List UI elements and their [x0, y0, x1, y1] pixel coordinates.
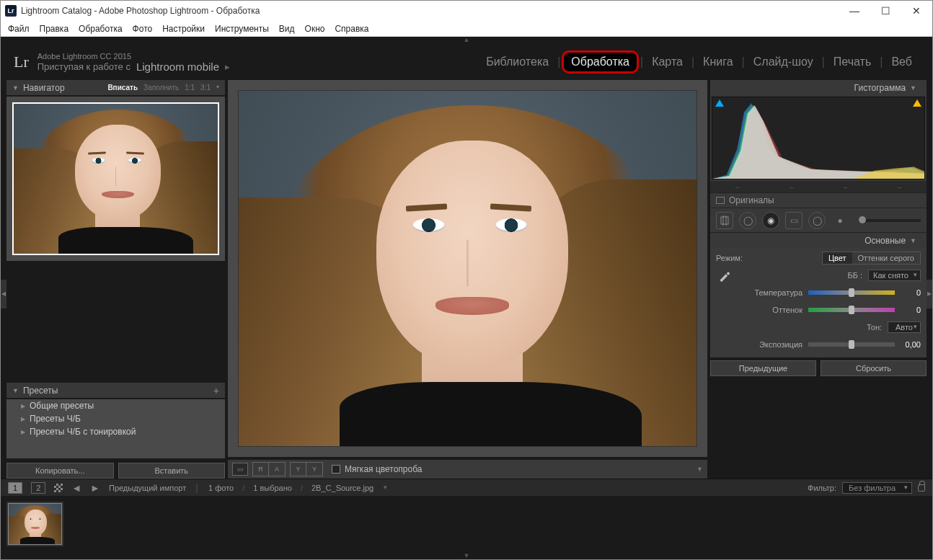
- tint-label: Оттенок: [772, 306, 802, 314]
- play-icon[interactable]: ▸: [225, 61, 230, 72]
- identity-plate-row: Lr Adobe Lightroom CC 2015 Приступая к р…: [1, 44, 932, 80]
- menu-edit[interactable]: Правка: [40, 24, 69, 34]
- add-preset-icon[interactable]: +: [213, 385, 219, 396]
- module-library[interactable]: Библиотека: [479, 53, 556, 71]
- temperature-label: Температура: [754, 288, 802, 297]
- close-button[interactable]: ✕: [912, 5, 921, 17]
- zoom-fill[interactable]: Заполнить: [143, 84, 179, 92]
- menu-photo[interactable]: Фото: [133, 24, 153, 34]
- nav-forward-icon[interactable]: ►: [90, 482, 100, 494]
- lr-logo: Lr: [14, 53, 29, 71]
- treatment-color[interactable]: Цвет: [823, 252, 852, 264]
- before-after-y2[interactable]: Y: [306, 463, 322, 476]
- originals-toggle[interactable]: Оригиналы: [710, 192, 927, 208]
- treatment-bw[interactable]: Оттенки серого: [852, 252, 920, 264]
- minimize-button[interactable]: —: [849, 5, 859, 17]
- product-name: Adobe Lightroom CC 2015: [37, 52, 230, 61]
- before-after-y1[interactable]: Y: [291, 463, 306, 476]
- softproof-checkbox[interactable]: [332, 465, 340, 474]
- basic-panel-header[interactable]: Основные ▼: [710, 233, 927, 248]
- presets-header[interactable]: ▼ Пресеты +: [6, 383, 225, 398]
- loupe-view[interactable]: [228, 80, 707, 457]
- left-panel-toggle[interactable]: ◀: [1, 280, 6, 308]
- zoom-3to1[interactable]: 3:1: [200, 84, 211, 92]
- module-slideshow[interactable]: Слайд-шоу: [746, 53, 821, 71]
- filter-label: Фильтр:: [808, 484, 836, 492]
- menu-file[interactable]: Файл: [8, 24, 30, 34]
- filter-dropdown[interactable]: Без фильтра: [842, 482, 912, 494]
- module-map[interactable]: Карта: [645, 53, 690, 71]
- tint-value[interactable]: 0: [901, 306, 921, 314]
- histogram[interactable]: [712, 97, 925, 179]
- maximize-button[interactable]: ☐: [881, 5, 890, 17]
- before-after-r[interactable]: R: [253, 463, 269, 476]
- brush-tool-icon[interactable]: ●: [831, 212, 849, 229]
- shadow-clipping-icon[interactable]: [715, 99, 724, 107]
- paste-settings-button[interactable]: Вставить: [118, 463, 226, 479]
- basic-panel: Режим: Цвет Оттенки серого ББ : Как снят…: [710, 248, 927, 357]
- gradient-filter-tool-icon[interactable]: ▭: [785, 212, 802, 229]
- loupe-view-button[interactable]: ▭: [232, 463, 248, 476]
- spot-removal-tool-icon[interactable]: ◯: [739, 212, 756, 229]
- preset-folder[interactable]: ▶Общие пресеты: [6, 399, 225, 412]
- secondary-display-button[interactable]: 2: [31, 482, 45, 494]
- source-label[interactable]: Предыдущий импорт: [109, 484, 186, 492]
- exposure-value[interactable]: 0,00: [901, 340, 921, 349]
- highlight-clipping-icon[interactable]: [913, 99, 921, 107]
- bottom-panel-toggle[interactable]: ▼: [1, 552, 932, 559]
- module-book[interactable]: Книга: [696, 53, 740, 71]
- navigator-preview[interactable]: [12, 102, 219, 255]
- preset-folder[interactable]: ▶Пресеты Ч/Б с тонировкой: [6, 425, 225, 438]
- menu-help[interactable]: Справка: [335, 24, 368, 34]
- menubar: Файл Правка Обработка Фото Настройки Инс…: [1, 21, 932, 37]
- temperature-slider[interactable]: [808, 290, 895, 295]
- menu-window[interactable]: Окно: [305, 24, 325, 34]
- disclosure-icon: ▼: [910, 237, 916, 244]
- radial-filter-tool-icon[interactable]: ◯: [808, 212, 826, 229]
- preset-folder[interactable]: ▶Пресеты Ч/Б: [6, 412, 225, 425]
- window-titlebar: Lr Lightroom Catalog - Adobe Photoshop L…: [1, 1, 932, 21]
- histogram-header[interactable]: Гистограмма ▼: [710, 80, 927, 95]
- svg-rect-0: [721, 217, 728, 224]
- zoom-1to1[interactable]: 1:1: [185, 84, 195, 92]
- disclosure-icon: ▼: [910, 84, 916, 92]
- filter-lock-icon[interactable]: [918, 484, 925, 492]
- wb-label: ББ :: [847, 271, 862, 280]
- tint-slider[interactable]: [808, 308, 895, 312]
- exposure-slider[interactable]: [808, 342, 895, 347]
- develop-toolbar: ▭ R A Y Y Мягкая цветопроба ▼: [228, 460, 707, 479]
- module-web[interactable]: Веб: [884, 53, 919, 71]
- brush-size-slider[interactable]: [859, 219, 921, 222]
- right-panel-toggle[interactable]: ▶: [927, 280, 932, 308]
- menu-settings[interactable]: Настройки: [162, 24, 205, 34]
- tone-auto-button[interactable]: Авто: [888, 321, 921, 333]
- nav-back-icon[interactable]: ◄: [71, 482, 81, 494]
- module-develop[interactable]: Обработка: [562, 50, 639, 74]
- menu-view[interactable]: Вид: [279, 24, 295, 34]
- grid-view-icon[interactable]: [54, 484, 63, 492]
- menu-tools[interactable]: Инструменты: [215, 24, 269, 34]
- filmstrip-toolbar: 1 2 ◄ ► Предыдущий импорт │ 1 фото / 1 в…: [1, 479, 932, 496]
- crop-tool-icon[interactable]: [716, 212, 733, 229]
- reset-button[interactable]: Сбросить: [821, 360, 927, 376]
- toolbar-menu-icon[interactable]: ▼: [697, 466, 703, 473]
- temperature-value[interactable]: 0: [901, 288, 921, 297]
- zoom-menu-icon[interactable]: ▾: [216, 84, 219, 92]
- filmstrip-thumbnail[interactable]: [8, 503, 62, 545]
- redeye-tool-icon[interactable]: ◉: [762, 212, 779, 229]
- primary-display-button[interactable]: 1: [8, 482, 22, 494]
- menu-develop[interactable]: Обработка: [79, 24, 123, 34]
- presets-title: Пресеты: [23, 386, 58, 396]
- white-balance-picker-icon[interactable]: [716, 267, 733, 284]
- copy-settings-button[interactable]: Копировать...: [6, 463, 114, 479]
- before-after-a[interactable]: A: [269, 463, 285, 476]
- breadcrumb-menu-icon[interactable]: ▼: [382, 484, 388, 491]
- wb-dropdown[interactable]: Как снято: [868, 270, 921, 281]
- navigator-header[interactable]: ▼ Навигатор Вписать Заполнить 1:1 3:1 ▾: [6, 80, 225, 95]
- module-print[interactable]: Печать: [826, 53, 878, 71]
- basic-title: Основные: [865, 236, 906, 246]
- filmstrip[interactable]: [1, 496, 932, 552]
- previous-button[interactable]: Предыдущие: [710, 360, 816, 376]
- top-panel-toggle[interactable]: ▲: [1, 37, 932, 44]
- zoom-fit[interactable]: Вписать: [107, 84, 138, 92]
